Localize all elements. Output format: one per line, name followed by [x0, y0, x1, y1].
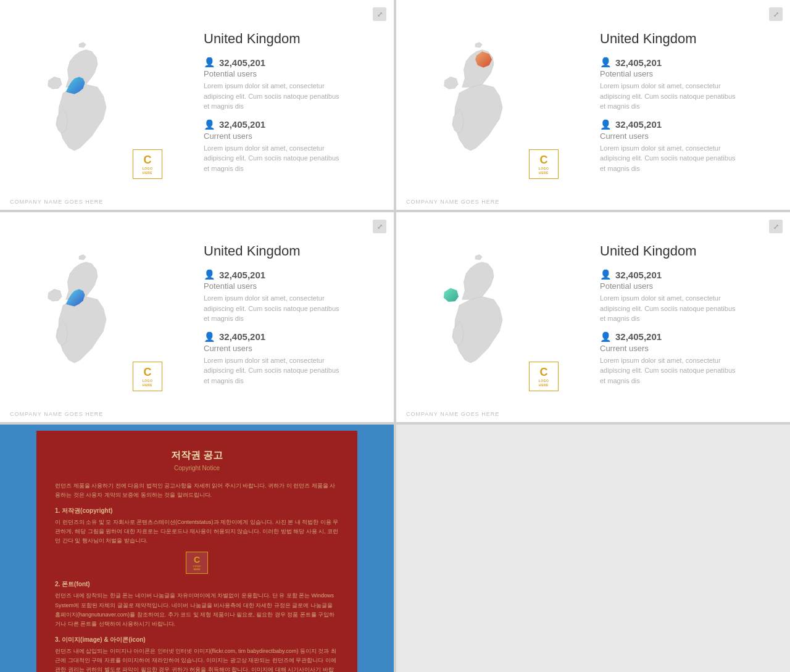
potential-users-desc-1: Lorem ipsum dolor sit amet, consectetur … — [204, 81, 339, 112]
current-users-desc-4: Lorem ipsum dolor sit amet, consectetur … — [600, 355, 736, 386]
map-container-3: C LOGOHERE — [12, 225, 185, 410]
company-name-1: COMPANY NAME GOES HERE — [10, 199, 103, 205]
logo-sub-3: LOGOHERE — [143, 379, 153, 387]
expand-button-3[interactable]: ⤢ — [373, 220, 386, 233]
card-title-3: United Kingdom — [204, 243, 381, 259]
current-users-label-4: Current users — [600, 344, 778, 353]
logo-letter-4: C — [540, 366, 548, 379]
current-users-number-2: 👤 32,405,201 — [600, 119, 778, 130]
current-users-label-1: Current users — [204, 131, 381, 141]
logo-4: C LOGOHERE — [529, 362, 559, 391]
map-container-1: C LOGOHERE — [12, 12, 185, 197]
current-users-number-1: 👤 32,405,201 — [204, 119, 381, 130]
copyright-section1-body: 이 런던즈의 소유 및 모 자회사로 콘텐츠스테이션(Contentstatus… — [55, 518, 339, 546]
potential-users-desc-3: Lorem ipsum dolor sit amet, consectetur … — [204, 293, 339, 324]
logo-letter-1: C — [144, 154, 152, 167]
copyright-box: 저작권 공고 Copyright Notice 런던즈 제품을 사용하기 전에 … — [36, 431, 357, 672]
potential-users-desc-4: Lorem ipsum dolor sit amet, consectetur … — [600, 293, 736, 324]
potential-users-number-2: 👤 32,405,201 — [600, 57, 778, 68]
potential-users-label-2: Potential users — [600, 69, 778, 78]
current-users-block-3: 👤 32,405,201 Current users Lorem ipsum d… — [204, 331, 381, 386]
current-users-label-3: Current users — [204, 344, 381, 353]
person-icon-2: 👤 — [204, 119, 215, 130]
logo-sub-4: LOGOHERE — [539, 379, 549, 387]
potential-users-number-1: 👤 32,405,201 — [204, 57, 381, 68]
copyright-intro: 런던즈 제품을 사용하기 전에 다음의 법적인 공고사항을 자세히 읽어 주시기… — [55, 481, 339, 500]
current-users-desc-3: Lorem ipsum dolor sit amet, consectetur … — [204, 355, 339, 386]
expand-button-4[interactable]: ⤢ — [769, 220, 783, 233]
potential-users-desc-2: Lorem ipsum dolor sit amet, consectetur … — [600, 81, 736, 112]
card-info-1: United Kingdom 👤 32,405,201 Potential us… — [185, 12, 381, 181]
company-name-2: COMPANY NAME GOES HERE — [406, 199, 499, 205]
current-users-block-2: 👤 32,405,201 Current users Lorem ipsum d… — [600, 119, 778, 174]
logo-sub-2: LOGOHERE — [539, 167, 549, 175]
card-info-2: United Kingdom 👤 32,405,201 Potential us… — [581, 12, 778, 181]
card-title-2: United Kingdom — [600, 31, 778, 47]
potential-users-block-4: 👤 32,405,201 Potential users Lorem ipsum… — [600, 269, 778, 324]
logo-3: C LOGOHERE — [133, 362, 162, 391]
uk-map-svg-2 — [409, 12, 544, 185]
potential-users-block-2: 👤 32,405,201 Potential users Lorem ipsum… — [600, 57, 778, 112]
logo-1: C LOGOHERE — [133, 149, 162, 179]
potential-users-number-4: 👤 32,405,201 — [600, 269, 778, 280]
copyright-section3-body: 런던즈 내에 삽입되는 이미지나 아이콘은 인터넷 인터넷 이미지(flickr… — [55, 647, 339, 672]
person-icon-4: 👤 — [600, 119, 612, 130]
current-users-desc-1: Lorem ipsum dolor sit amet, consectetur … — [204, 143, 339, 174]
person-icon-1: 👤 — [204, 57, 215, 68]
potential-users-block-3: 👤 32,405,201 Potential users Lorem ipsum… — [204, 269, 381, 324]
company-name-3: COMPANY NAME GOES HERE — [10, 411, 103, 417]
card-info-4: United Kingdom 👤 32,405,201 Potential us… — [581, 225, 778, 393]
logo-letter-3: C — [144, 366, 152, 379]
logo-sub-1: LOGOHERE — [143, 167, 153, 175]
copyright-logo: C LOGOHERE — [186, 552, 208, 574]
card-title-4: United Kingdom — [600, 243, 778, 259]
copyright-section: 저작권 공고 Copyright Notice 런던즈 제품을 사용하기 전에 … — [0, 425, 394, 672]
current-users-number-4: 👤 32,405,201 — [600, 331, 778, 342]
card-1: ⤢ — [0, 0, 394, 210]
copyright-section2-body: 런던즈 내에 장착되는 한글 폰는 네이버 나눔글을 자유이며이에게 차별없이 … — [55, 591, 339, 629]
empty-card — [396, 425, 790, 672]
logo-2: C LOGOHERE — [529, 149, 559, 179]
current-users-number-3: 👤 32,405,201 — [204, 331, 381, 342]
person-icon-5: 👤 — [204, 269, 215, 280]
copyright-logo-letter: C — [194, 555, 200, 565]
uk-map-svg-1 — [12, 12, 148, 185]
copyright-logo-sub: LOGOHERE — [193, 565, 201, 571]
logo-letter-2: C — [540, 154, 548, 167]
expand-button-1[interactable]: ⤢ — [373, 7, 386, 21]
expand-button-2[interactable]: ⤢ — [769, 7, 783, 21]
potential-users-label-1: Potential users — [204, 69, 381, 78]
person-icon-8: 👤 — [600, 331, 612, 342]
copyright-section3-title: 3. 이미지(image) & 아이콘(icon) — [55, 636, 339, 644]
copyright-subtitle: Copyright Notice — [55, 465, 339, 471]
card-4: ⤢ C LOGOHERE Un — [396, 212, 790, 422]
copyright-section1-title: 1. 저작권(copyright) — [55, 507, 339, 515]
potential-users-number-3: 👤 32,405,201 — [204, 269, 381, 280]
map-container-2: C LOGOHERE — [409, 12, 581, 197]
person-icon-7: 👤 — [600, 269, 612, 280]
card-2: ⤢ C LOGOHERE — [396, 0, 790, 210]
card-title-1: United Kingdom — [204, 31, 381, 47]
current-users-block-4: 👤 32,405,201 Current users Lorem ipsum d… — [600, 331, 778, 386]
person-icon-6: 👤 — [204, 331, 215, 342]
map-container-4: C LOGOHERE — [409, 225, 581, 410]
main-grid: ⤢ — [0, 0, 790, 672]
card-3: ⤢ C LOGOHERE — [0, 212, 394, 422]
card-info-3: United Kingdom 👤 32,405,201 Potential us… — [185, 225, 381, 393]
uk-map-svg-3 — [12, 225, 148, 397]
copyright-title: 저작권 공고 — [55, 449, 339, 462]
current-users-block-1: 👤 32,405,201 Current users Lorem ipsum d… — [204, 119, 381, 174]
current-users-desc-2: Lorem ipsum dolor sit amet, consectetur … — [600, 143, 736, 174]
person-icon-3: 👤 — [600, 57, 612, 68]
uk-map-svg-4 — [409, 225, 544, 397]
current-users-label-2: Current users — [600, 131, 778, 141]
potential-users-label-3: Potential users — [204, 281, 381, 291]
copyright-section2-title: 2. 폰트(font) — [55, 580, 339, 589]
potential-users-block-1: 👤 32,405,201 Potential users Lorem ipsum… — [204, 57, 381, 112]
potential-users-label-4: Potential users — [600, 281, 778, 291]
company-name-4: COMPANY NAME GOES HERE — [406, 411, 499, 417]
